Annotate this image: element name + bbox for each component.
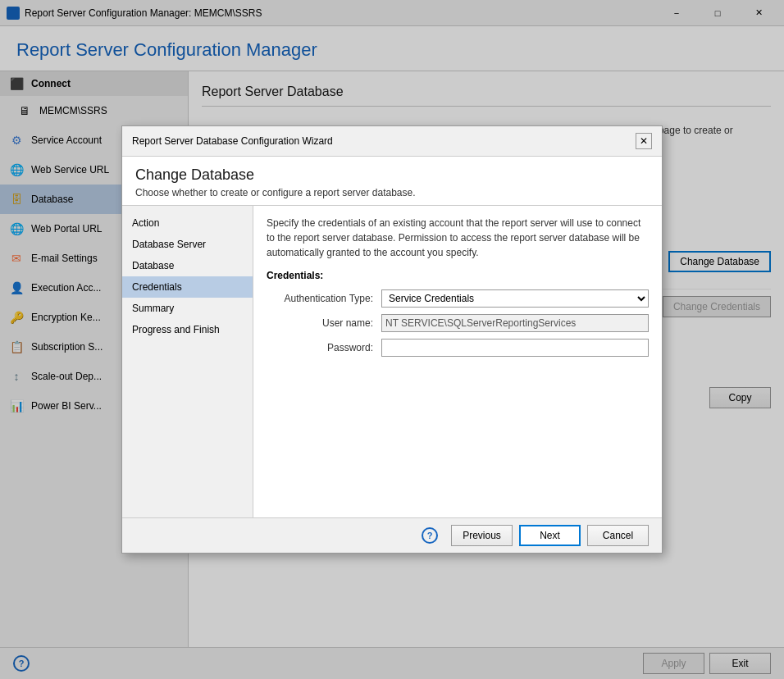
- previous-button[interactable]: Previous: [451, 525, 513, 546]
- username-input[interactable]: [381, 314, 649, 332]
- cancel-button[interactable]: Cancel: [587, 525, 649, 546]
- modal-overlay: Report Server Database Configuration Wiz…: [0, 0, 784, 679]
- username-label: User name:: [267, 317, 381, 329]
- password-row: Password:: [267, 339, 649, 357]
- modal-close-button[interactable]: ✕: [636, 133, 652, 149]
- modal-content-description: Specify the credentials of an existing a…: [267, 216, 649, 260]
- modal-title-bar: Report Server Database Configuration Wiz…: [122, 126, 662, 157]
- modal-content: Specify the credentials of an existing a…: [253, 206, 662, 517]
- modal-body: Action Database Server Database Credenti…: [122, 206, 662, 517]
- username-row: User name:: [267, 314, 649, 332]
- modal-help-button[interactable]: ?: [422, 527, 438, 544]
- auth-type-select[interactable]: Windows Credentials Service Credentials …: [381, 289, 649, 308]
- password-label: Password:: [267, 342, 381, 353]
- password-input[interactable]: [381, 339, 649, 357]
- modal-footer: ? Previous Next Cancel: [122, 517, 662, 553]
- modal-nav-database-server[interactable]: Database Server: [122, 234, 253, 255]
- modal-header-subtitle: Choose whether to create or configure a …: [135, 187, 649, 198]
- modal-title-text: Report Server Database Configuration Wiz…: [132, 135, 333, 147]
- modal-nav-progress-finish[interactable]: Progress and Finish: [122, 319, 253, 340]
- modal-nav-credentials[interactable]: Credentials: [122, 276, 253, 298]
- modal-sidebar-nav: Action Database Server Database Credenti…: [122, 206, 253, 517]
- auth-type-label: Authentication Type:: [267, 293, 381, 304]
- next-button[interactable]: Next: [519, 525, 581, 546]
- modal-nav-summary[interactable]: Summary: [122, 298, 253, 319]
- modal-dialog: Report Server Database Configuration Wiz…: [121, 125, 663, 554]
- credentials-section-label: Credentials:: [267, 270, 649, 281]
- modal-nav-action[interactable]: Action: [122, 212, 253, 234]
- modal-header: Change Database Choose whether to create…: [122, 157, 662, 206]
- modal-nav-database[interactable]: Database: [122, 255, 253, 276]
- modal-header-title: Change Database: [135, 166, 649, 184]
- auth-type-row: Authentication Type: Windows Credentials…: [267, 289, 649, 308]
